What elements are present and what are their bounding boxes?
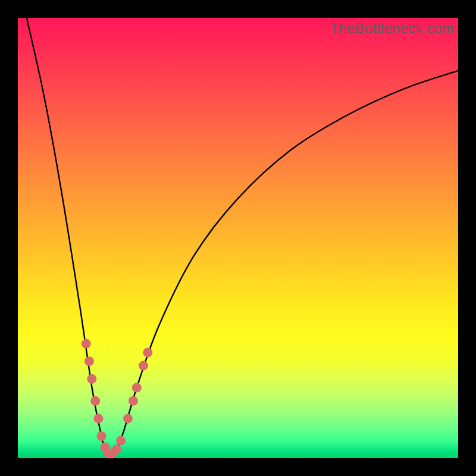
data-marker [82,339,91,349]
data-marker [129,396,138,406]
data-marker [143,347,152,357]
data-marker [112,444,121,454]
data-marker [139,361,148,371]
data-marker [123,414,133,423]
chart-frame: TheBottleneck.com [0,0,476,476]
plot-area: TheBottleneck.com [18,18,458,458]
data-marker [97,431,107,441]
markers-group [82,339,153,459]
chart-svg [18,18,458,458]
data-marker [84,356,94,366]
bottleneck-curve [27,18,458,458]
data-marker [90,396,100,406]
data-marker [87,374,96,384]
data-marker [116,436,126,445]
data-marker [93,414,103,423]
data-marker [132,383,142,393]
